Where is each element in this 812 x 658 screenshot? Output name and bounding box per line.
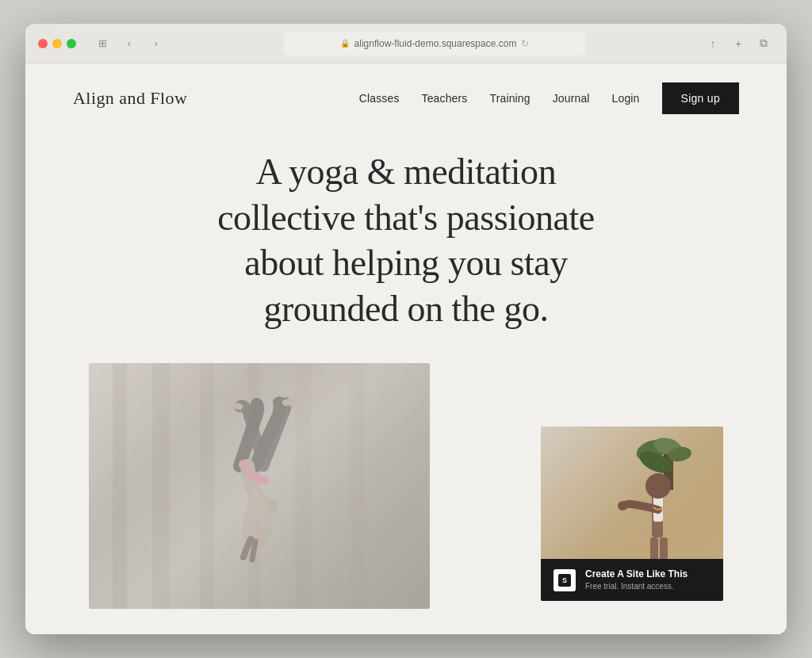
minimize-button[interactable] [52, 39, 62, 48]
browser-window: ⊞ ‹ › 🔒 alignflow-fluid-demo.squarespace… [25, 24, 787, 634]
hero-text-block: A yoga & meditation collective that's pa… [184, 149, 628, 331]
close-button[interactable] [38, 39, 48, 48]
nav-journal[interactable]: Journal [553, 92, 590, 105]
banner-title: Create A Site Like This [585, 568, 688, 581]
svg-rect-1 [152, 363, 170, 609]
lock-icon: 🔒 [340, 39, 350, 48]
copy-button[interactable]: ⧉ [753, 33, 774, 54]
nav-teachers[interactable]: Teachers [422, 92, 468, 105]
svg-point-17 [618, 501, 627, 511]
yoga-pose-image [89, 363, 430, 609]
browser-actions: ↑ + ⧉ [703, 33, 774, 54]
site-logo[interactable]: Align and Flow [73, 88, 187, 109]
signup-button[interactable]: Sign up [662, 82, 739, 114]
maximize-button[interactable] [67, 39, 76, 48]
browser-chrome: ⊞ ‹ › 🔒 alignflow-fluid-demo.squarespace… [25, 24, 787, 63]
nav-training[interactable]: Training [489, 92, 530, 105]
squarespace-text: Create A Site Like This Free trial. Inst… [585, 568, 688, 591]
svg-point-16 [645, 473, 671, 499]
svg-rect-4 [295, 363, 311, 609]
url-text: alignflow-fluid-demo.squarespace.com [354, 38, 517, 49]
new-tab-button[interactable]: + [728, 33, 749, 54]
squarespace-banner[interactable]: S Create A Site Like This Free trial. In… [541, 559, 723, 601]
traffic-lights [38, 39, 76, 48]
forward-button[interactable]: › [146, 33, 167, 54]
window-mode-button[interactable]: ⊞ [92, 33, 113, 54]
address-bar[interactable]: 🔒 alignflow-fluid-demo.squarespace.com ↻ [284, 32, 585, 55]
hero-section: A yoga & meditation collective that's pa… [25, 133, 787, 634]
images-row: S Create A Site Like This Free trial. In… [73, 363, 739, 609]
meditation-image: S Create A Site Like This Free trial. In… [541, 427, 723, 601]
share-button[interactable]: ↑ [703, 33, 723, 54]
hero-heading: A yoga & meditation collective that's pa… [184, 149, 628, 331]
svg-rect-0 [113, 363, 127, 609]
website-content: Align and Flow Classes Teachers Training… [25, 63, 787, 634]
back-button[interactable]: ‹ [119, 33, 140, 54]
browser-controls: ⊞ ‹ › [92, 33, 167, 54]
squarespace-logo-icon: S [558, 574, 571, 587]
squarespace-logo: S [553, 569, 576, 591]
banner-subtitle: Free trial. Instant access. [585, 581, 688, 591]
nav-login[interactable]: Login [612, 92, 640, 105]
nav-classes[interactable]: Classes [359, 92, 400, 105]
svg-rect-2 [200, 363, 214, 609]
svg-rect-5 [350, 363, 365, 609]
navigation: Align and Flow Classes Teachers Training… [25, 63, 787, 133]
reload-icon[interactable]: ↻ [521, 38, 529, 49]
nav-links: Classes Teachers Training Journal Login … [359, 82, 739, 114]
